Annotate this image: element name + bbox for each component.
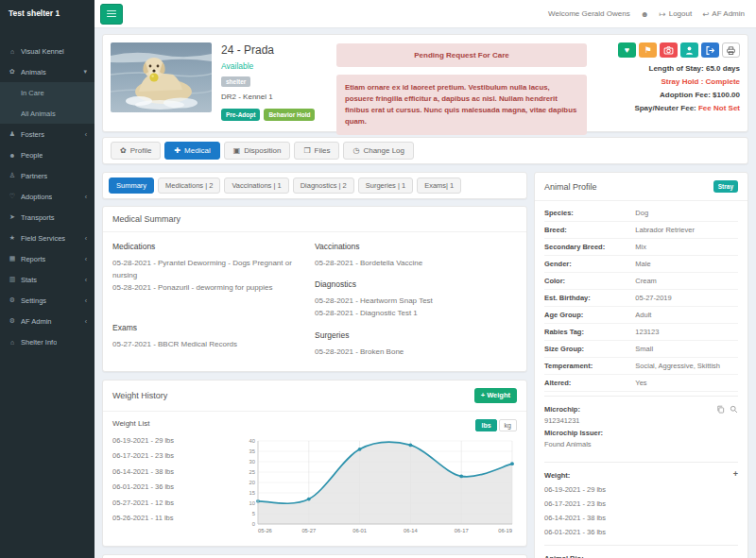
spay-fee-value: Fee Not Set xyxy=(698,104,740,112)
chevron-left-icon: ‹ xyxy=(85,256,87,262)
hamburger-icon xyxy=(107,8,116,19)
chevron-left-icon: ‹ xyxy=(85,318,87,325)
sidebar-item-label: AF Admin xyxy=(21,317,52,326)
logout-label: Logout xyxy=(669,9,692,18)
stray-hold-status: Stray Hold : Complete xyxy=(596,77,740,86)
animal-action-buttons: ♥ ⚑ xyxy=(596,42,740,58)
sidebar-item-in-care[interactable]: In Care xyxy=(0,82,94,103)
animal-status: Available xyxy=(221,61,327,71)
sidebar-item-stats[interactable]: ▥ Stats ‹ xyxy=(0,269,94,290)
tab-change-log[interactable]: ◷ Change Log xyxy=(343,142,414,160)
svg-text:06-19: 06-19 xyxy=(498,527,512,533)
weight-entry: 06-19-2021 - 29 lbs xyxy=(112,436,235,445)
photo-button[interactable] xyxy=(660,42,678,58)
sidebar-item-transports[interactable]: ➤ Transports xyxy=(0,207,94,228)
sidebar-item-all-animals[interactable]: All Animals xyxy=(0,103,94,124)
sidebar-item-label: Transports xyxy=(21,213,55,222)
sidebar-item-label: All Animals xyxy=(21,110,56,118)
tab-profile[interactable]: ✿ Profile xyxy=(111,142,161,160)
menu-toggle-button[interactable] xyxy=(100,4,123,25)
topbar-right: Welcome Gerald Owens ☻ ↦ Logout ↩ AF Adm… xyxy=(548,9,745,19)
sidebar-item-field-services[interactable]: ★ Field Services ‹ xyxy=(0,228,94,248)
weight-history-title: Weight History xyxy=(112,391,167,400)
flag-button[interactable]: ⚑ xyxy=(639,42,657,58)
transfer-button[interactable] xyxy=(680,42,698,58)
profile-row: Est. Birthday:05-27-2019 xyxy=(544,290,738,307)
logout-link[interactable]: ↦ Logout xyxy=(660,9,693,19)
sidebar-item-label: Stats xyxy=(21,276,37,284)
kennel-location: DR2 - Kennel 1 xyxy=(221,93,327,101)
add-weight-plus-button[interactable]: + xyxy=(733,469,738,479)
sidebar-item-animals[interactable]: ✿ Animals ▾ xyxy=(0,61,94,82)
subtab-medications[interactable]: Medications | 2 xyxy=(158,178,220,194)
users-icon: ☻ xyxy=(8,152,17,159)
sidebar-item-adoptions[interactable]: ♡ Adoptions ‹ xyxy=(0,186,94,207)
sidebar-item-settings[interactable]: ⚙ Settings ‹ xyxy=(0,290,94,311)
sign-out-icon: ↦ xyxy=(660,9,666,19)
sidebar-item-af-admin[interactable]: ⚙ AF Admin ‹ xyxy=(0,311,94,331)
weight-entry: 06-14-2021 - 38 lbs xyxy=(544,514,738,522)
sign-out-arrow-icon xyxy=(705,45,715,56)
subtab-vaccinations[interactable]: Vaccinations | 1 xyxy=(224,178,288,194)
person-icon xyxy=(684,45,695,56)
person-icon: ♟ xyxy=(8,130,17,138)
sidebar-item-reports[interactable]: ▦ Reports ‹ xyxy=(0,248,94,269)
spay-fee-label: Spay/Neuter Fee: xyxy=(634,104,696,112)
sidebar-item-label: Adoptions xyxy=(21,193,52,201)
animal-photo[interactable] xyxy=(111,42,212,112)
animal-profile-body: Species:Dog Breed:Labrador Retriever Sec… xyxy=(535,201,747,558)
pending-care-alert[interactable]: Pending Request For Care xyxy=(336,43,587,67)
chevron-left-icon: ‹ xyxy=(85,297,87,304)
svg-text:40: 40 xyxy=(249,438,255,444)
row-value: Mix xyxy=(635,243,738,251)
print-button[interactable] xyxy=(722,42,740,58)
stray-badge: Stray xyxy=(713,180,738,193)
weight-history-body: Weight List 06-19-2021 - 29 lbs 06-17-20… xyxy=(103,412,526,546)
medical-notes-card: Medical Notes + Note xyxy=(102,554,527,558)
welcome-text: Welcome Gerald Owens xyxy=(548,9,630,18)
sidebar-item-label: In Care xyxy=(21,89,44,97)
chevron-down-icon: ▾ xyxy=(83,68,87,76)
copy-microchip-button[interactable] xyxy=(716,405,725,414)
sidebar-item-shelter-info[interactable]: ⌂ Shelter Info xyxy=(0,331,94,352)
unit-kg-button[interactable]: kg xyxy=(499,419,517,431)
subtab-summary[interactable]: Summary xyxy=(109,178,154,194)
sidebar-item-visual-kennel[interactable]: ⌂ Visual Kennel xyxy=(0,41,94,61)
medical-cross-icon: ✚ xyxy=(174,146,180,155)
sidebar-item-label: Animals xyxy=(21,68,46,76)
weight-entry: 06-19-2021 - 29 lbs xyxy=(544,485,738,494)
subtab-surgeries[interactable]: Surgeries | 1 xyxy=(358,178,413,194)
sidebar-item-label: Field Services xyxy=(21,234,65,243)
tab-files[interactable]: ❒ Files xyxy=(294,142,339,160)
camera-icon xyxy=(663,45,674,56)
row-value: Dog xyxy=(635,209,738,217)
tab-disposition[interactable]: ▣ Disposition xyxy=(224,142,291,160)
medical-summary-card: Medical Summary Medications 05-28-2021 -… xyxy=(102,206,527,372)
add-weight-button[interactable]: + Weight xyxy=(474,388,517,403)
sidebar-item-fosters[interactable]: ♟ Fosters ‹ xyxy=(0,124,94,144)
af-admin-link[interactable]: ↩ AF Admin xyxy=(702,9,745,19)
weight-history-header: Weight History + Weight xyxy=(103,380,526,412)
favorite-button[interactable]: ♥ xyxy=(618,42,636,58)
profile-row: Size Group:Small xyxy=(544,341,738,358)
gear-icon: ⚙ xyxy=(8,296,17,304)
tab-medical[interactable]: ✚ Medical xyxy=(164,142,219,160)
profile-row: Gender:Male xyxy=(544,256,738,273)
flag-icon: ⚑ xyxy=(644,45,651,55)
subtab-exams[interactable]: Exams| 1 xyxy=(417,178,461,194)
unit-lbs-button[interactable]: lbs xyxy=(475,419,496,431)
medication-item: 05-28-2021 - Ponazuril - deworming for p… xyxy=(112,281,315,294)
sidebar-item-partners[interactable]: ♙ Partners xyxy=(0,165,94,186)
share-button[interactable] xyxy=(701,42,719,58)
gear-icon: ⚙ xyxy=(8,317,17,325)
user-icon: ♙ xyxy=(8,172,17,179)
sidebar-item-people[interactable]: ☻ People xyxy=(0,144,94,165)
user-icon[interactable]: ☻ xyxy=(641,9,649,19)
subtab-diagnostics[interactable]: Diagnostics | 2 xyxy=(293,178,354,194)
shelter-name: Test shelter 1 xyxy=(0,0,94,24)
medications-title: Medications xyxy=(112,242,315,251)
row-label: Altered: xyxy=(544,379,635,387)
weight-line-chart: 051015202530354005-2605-2706-0106-1406-1… xyxy=(235,432,517,538)
lookup-microchip-button[interactable] xyxy=(730,405,738,414)
diagnostic-item: 05-28-2021 - Diagnostic Test 1 xyxy=(315,307,517,319)
